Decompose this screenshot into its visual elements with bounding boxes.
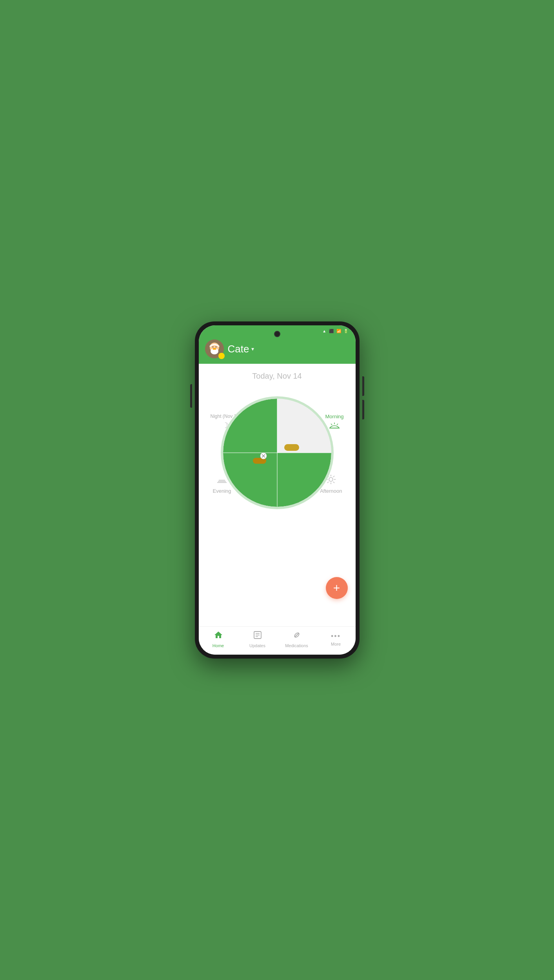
- date-label: Today, Nov 14: [252, 372, 302, 381]
- phone-screen: ▲ ⬛ 📶 🔋: [199, 325, 356, 655]
- vol-up-button[interactable]: [362, 376, 364, 396]
- more-icon: •••: [331, 632, 341, 641]
- updates-icon: [253, 630, 262, 642]
- user-name-header[interactable]: Cate ▾: [228, 343, 254, 355]
- camera-notch: [274, 331, 280, 337]
- nav-item-home[interactable]: Home: [199, 630, 238, 648]
- morning-pill[interactable]: [284, 444, 299, 451]
- nav-item-updates[interactable]: Updates: [238, 630, 277, 648]
- add-icon: +: [333, 582, 340, 594]
- nav-item-medications[interactable]: Medications: [277, 630, 316, 648]
- more-nav-label: More: [331, 642, 341, 646]
- home-icon: [214, 630, 223, 642]
- svg-point-5: [213, 348, 216, 350]
- main-content: Today, Nov 14 Night (Nov 15) ☽ Morning: [199, 364, 356, 626]
- vol-down-button[interactable]: [362, 400, 364, 419]
- svg-point-3: [212, 347, 213, 348]
- svg-point-4: [215, 347, 216, 348]
- clock-chart[interactable]: Night (Nov 15) ☽ Morning: [214, 390, 340, 515]
- home-nav-label: Home: [213, 643, 224, 648]
- user-name-text: Cate: [228, 343, 249, 355]
- updates-nav-label: Updates: [249, 643, 265, 648]
- nav-item-more[interactable]: ••• More: [316, 632, 356, 646]
- status-icons: ▲ ⬛ 📶 🔋: [322, 329, 349, 333]
- clock-svg[interactable]: [218, 394, 336, 512]
- avatar-container[interactable]: ✦: [205, 339, 224, 358]
- power-button[interactable]: [190, 384, 192, 408]
- app-header: ✦ Cate ▾: [199, 336, 356, 364]
- svg-line-8: [337, 424, 338, 425]
- bottom-navigation: Home Updates: [199, 626, 356, 655]
- medications-icon: [292, 630, 302, 642]
- add-fab-button[interactable]: +: [326, 577, 348, 599]
- dropdown-arrow-icon: ▾: [251, 346, 254, 352]
- phone-frame: ▲ ⬛ 📶 🔋: [195, 321, 360, 659]
- medications-nav-label: Medications: [285, 643, 308, 648]
- avatar-badge: ✦: [218, 353, 225, 359]
